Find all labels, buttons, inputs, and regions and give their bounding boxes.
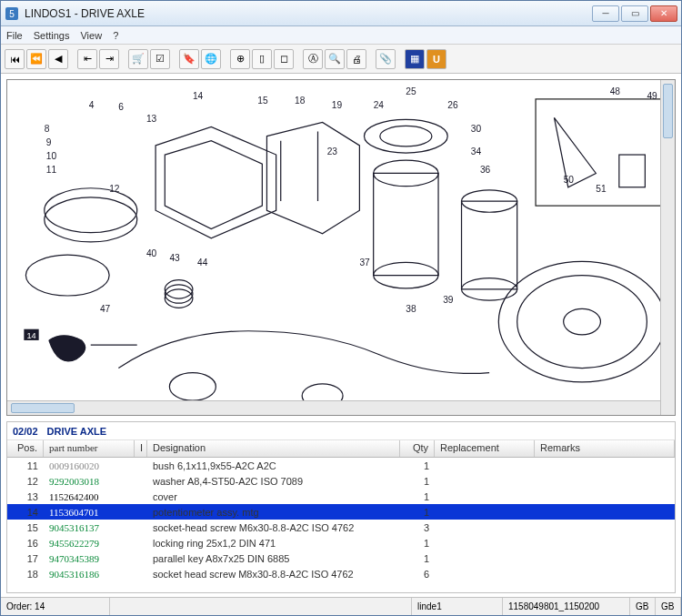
svg-text:36: 36 [480,165,491,175]
menubar: File Settings View ? [1,26,681,45]
scroll-thumb-h[interactable] [11,403,75,413]
svg-text:47: 47 [100,304,111,314]
col-remarks[interactable]: Remarks [535,440,675,457]
first-button[interactable]: ⏮ [5,49,25,69]
menu-view[interactable]: View [80,30,102,41]
svg-text:24: 24 [374,100,385,110]
zoom-in-button[interactable]: ⊕ [230,49,250,69]
svg-text:15: 15 [257,96,268,106]
page-button[interactable]: ▯ [252,49,272,69]
cell-partnumber: 1152642400 [44,491,135,502]
cell-qty: 1 [400,553,435,564]
diagram-pane[interactable]: 4689101112131415181923242526303436373839… [6,79,676,416]
svg-text:44: 44 [197,258,208,268]
diagram-scroll-v[interactable] [660,80,675,415]
svg-text:5: 5 [9,9,15,19]
assembly-name: DRIVE AXLE [47,426,107,437]
svg-text:39: 39 [443,295,454,305]
cell-partnumber: 1153604701 [44,507,135,518]
cell-partnumber: 9470345389 [44,553,135,564]
titlebar[interactable]: 5 LINDOS1 - DRIVE AXLE ─ ▭ ✕ [1,1,681,26]
parts-diagram: 4689101112131415181923242526303436373839… [7,80,675,415]
cell-qty: 6 [400,569,435,580]
svg-point-3 [45,197,137,242]
cart-button[interactable]: 🛒 [128,49,148,69]
svg-text:9: 9 [46,137,52,147]
zoom-button[interactable]: 🔍 [325,49,345,69]
column-header[interactable]: Pos. part number I Designation Qty Repla… [7,440,675,458]
cell-pos: 13 [7,491,44,502]
cell-designation: washer A8,4-ST50-A2C ISO 7089 [147,476,400,487]
window-buttons: ─ ▭ ✕ [592,5,677,22]
fit-button[interactable]: ◻ [274,49,294,69]
cell-partnumber: 9045316137 [44,522,135,533]
flag-button[interactable]: ▦ [405,49,425,69]
cell-designation: potentiometer assy. mtg [147,507,400,518]
annotate-button[interactable]: Ⓐ [303,49,323,69]
globe-button[interactable]: 🌐 [201,49,221,69]
u-button[interactable]: U [426,49,446,69]
cell-partnumber: 0009160020 [44,460,135,471]
svg-text:37: 37 [359,258,370,268]
col-pos[interactable]: Pos. [7,440,44,457]
svg-text:49: 49 [647,91,657,101]
cell-pos: 17 [7,553,44,564]
print-button[interactable]: 🖨 [346,49,366,69]
parts-table[interactable]: 110009160020bush 6,1x11,9x55-A2C A2C1129… [7,458,675,592]
app-window: 5 LINDOS1 - DRIVE AXLE ─ ▭ ✕ File Settin… [0,0,682,616]
attach-button[interactable]: 📎 [376,49,396,69]
menu-file[interactable]: File [6,30,23,41]
cell-qty: 1 [400,491,435,502]
cell-qty: 1 [400,476,435,487]
cell-partnumber: 9045316186 [44,569,135,580]
svg-text:34: 34 [471,146,482,157]
svg-text:30: 30 [471,124,482,134]
table-row[interactable]: 159045316137socket-head screw M6x30-8.8-… [7,520,675,535]
status-user: linde1 [412,598,503,615]
minimize-button[interactable]: ─ [592,5,619,22]
svg-text:14: 14 [26,331,35,340]
col-qty[interactable]: Qty [400,440,435,457]
col-partnumber[interactable]: part number [44,440,135,457]
prev-button[interactable]: ◀ [48,49,68,69]
cell-designation: socket-head screw M6x30-8.8-A2C ISO 4762 [147,522,400,533]
svg-point-4 [25,255,109,296]
menu-help[interactable]: ? [113,30,118,41]
export-button[interactable]: ⇤ [77,49,97,69]
table-row[interactable]: 129292003018washer A8,4-ST50-A2C ISO 708… [7,473,675,489]
table-row[interactable]: 179470345389parallel key A8x7x25 DIN 688… [7,550,675,566]
rewind-button[interactable]: ⏪ [26,49,46,69]
table-row[interactable]: 110009160020bush 6,1x11,9x55-A2C A2C1 [7,458,675,473]
menu-settings[interactable]: Settings [34,30,70,41]
scroll-thumb-v[interactable] [663,84,673,138]
status-loc1: GB [630,598,656,615]
svg-text:6: 6 [118,102,124,112]
cell-pos: 11 [7,460,44,471]
maximize-button[interactable]: ▭ [621,5,648,22]
table-row[interactable]: 131152642400cover1 [7,489,675,504]
svg-point-6 [165,285,193,303]
col-designation[interactable]: Designation [147,440,400,457]
app-icon: 5 [5,6,19,21]
tag-button[interactable]: 🔖 [179,49,199,69]
svg-text:51: 51 [596,184,607,194]
table-row[interactable]: 141153604701potentiometer assy. mtg1 [7,504,675,520]
svg-text:18: 18 [295,96,306,106]
status-doc: 1158049801_1150200 [503,598,630,615]
table-row[interactable]: 169455622279locking ring 25x1,2 DIN 4711 [7,535,675,550]
col-replacement[interactable]: Replacement [435,440,535,457]
svg-text:50: 50 [564,175,575,185]
cell-qty: 3 [400,522,435,533]
svg-point-2 [45,188,137,233]
col-i[interactable]: I [135,440,147,457]
svg-text:4: 4 [89,100,95,110]
table-row[interactable]: 189045316186socket head screw M8x30-8.8-… [7,566,675,581]
close-button[interactable]: ✕ [650,5,677,22]
diagram-scroll-h[interactable] [7,400,660,415]
checklist-button[interactable]: ☑ [150,49,170,69]
status-order: Order: 14 [1,598,110,615]
cell-qty: 1 [400,507,435,518]
import-button[interactable]: ⇥ [99,49,119,69]
cell-pos: 18 [7,569,44,580]
svg-point-16 [564,308,601,335]
